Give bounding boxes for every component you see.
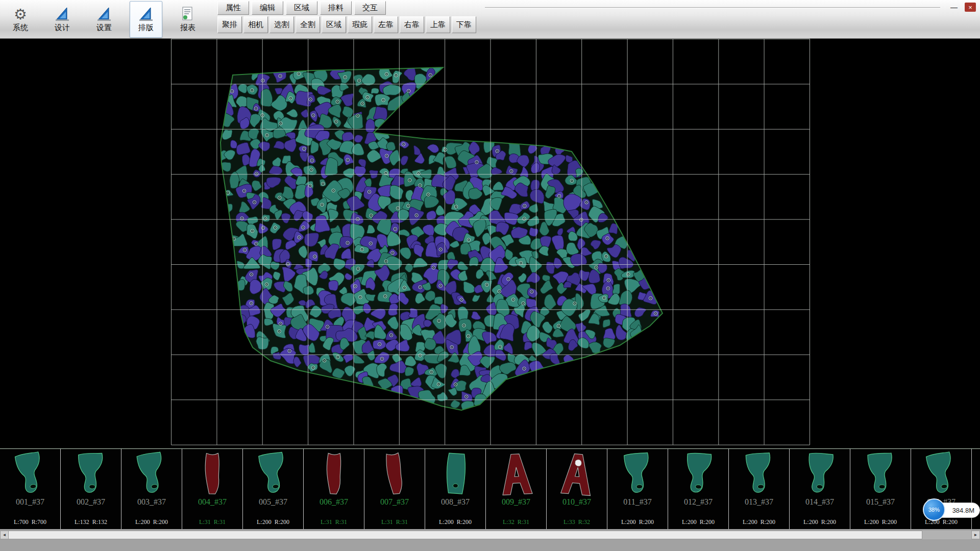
part-counts: L:200 R:200 — [743, 518, 775, 526]
part-name: 013_#37 — [745, 497, 773, 507]
part-thumbnail — [184, 450, 240, 499]
part-counts: L:33 R:32 — [564, 518, 590, 526]
part-item-005_#37[interactable]: 005_#37L:200 R:200 — [243, 449, 304, 529]
part-counts: L:200 R:200 — [135, 518, 168, 526]
part-item-002_#37[interactable]: 002_#37L:132 R:132 — [61, 449, 121, 529]
part-counts: L:200 R:200 — [621, 518, 654, 526]
part-counts: L:200 R:200 — [257, 518, 289, 526]
part-item-001_#37[interactable]: 001_#37L:700 R:700 — [0, 449, 61, 529]
nav-label: 设置 — [96, 23, 112, 33]
part-item-007_#37[interactable]: 007_#37L:31 R:31 — [364, 449, 425, 529]
part-thumbnail — [670, 450, 726, 499]
tool-cluster-nest[interactable]: 聚排 — [217, 16, 242, 33]
part-item-015_#37[interactable]: 015_#37L:200 R:200 — [850, 449, 911, 529]
sail-icon — [96, 6, 112, 22]
nav-system[interactable]: ⚙系统 — [4, 1, 37, 38]
part-name: 004_#37 — [198, 497, 227, 507]
part-thumbnail — [792, 450, 848, 499]
part-name: 015_#37 — [866, 497, 895, 507]
toolbar-groove — [485, 7, 940, 8]
part-name: 003_#37 — [137, 497, 166, 507]
part-item-004_#37[interactable]: 004_#37L:31 R:31 — [182, 449, 243, 529]
window-controls: — × — [948, 3, 976, 12]
tool-region[interactable]: 区域 — [322, 16, 346, 33]
parts-strip: 001_#37L:700 R:700002_#37L:132 R:132003_… — [0, 448, 980, 529]
canvas-area[interactable] — [0, 39, 980, 448]
part-counts: L:31 R:31 — [199, 518, 226, 526]
gear-icon: ⚙ — [14, 6, 27, 22]
part-item-010_#37[interactable]: 010_#37L:33 R:32 — [547, 449, 607, 529]
part-counts: L:200 R:200 — [682, 518, 715, 526]
part-item-008_#37[interactable]: 008_#37L:200 R:200 — [425, 449, 486, 529]
part-name: 010_#37 — [562, 497, 591, 507]
tool-cut-all[interactable]: 全割 — [296, 16, 320, 33]
part-thumbnail — [124, 450, 180, 499]
tool-align-bottom[interactable]: 下靠 — [452, 16, 476, 33]
nav-layout[interactable]: 排版 — [130, 1, 162, 38]
report-icon — [180, 6, 196, 22]
part-item-014_#37[interactable]: 014_#37L:200 R:200 — [790, 449, 850, 529]
part-counts: L:200 R:200 — [864, 518, 897, 526]
memory-gauge[interactable]: 384.8M 38% — [923, 498, 980, 522]
part-thumbnail — [549, 450, 605, 499]
part-item-012_#37[interactable]: 012_#37L:200 R:200 — [668, 449, 729, 529]
part-counts: L:31 R:31 — [321, 518, 347, 526]
nav-design[interactable]: 设计 — [46, 1, 79, 38]
menu-tab-region[interactable]: 区域 — [286, 1, 317, 15]
part-thumbnail — [245, 450, 301, 499]
scroll-thumb[interactable] — [9, 531, 922, 539]
nav-label: 排版 — [138, 23, 154, 33]
menu-tab-interactive[interactable]: 交互 — [354, 1, 386, 15]
part-item-011_#37[interactable]: 011_#37L:200 R:200 — [607, 449, 668, 529]
part-counts: L:200 R:200 — [803, 518, 836, 526]
nav-label: 系统 — [13, 23, 28, 33]
top-toolbar: ⚙系统设计设置排版报表 属性编辑区域排料交互 聚排相机选割全割区域瑕疵左靠右靠上… — [0, 0, 980, 39]
close-button[interactable]: × — [965, 3, 976, 12]
part-item-013_#37[interactable]: 013_#37L:200 R:200 — [729, 449, 790, 529]
part-name: 014_#37 — [805, 497, 834, 507]
nav-settings[interactable]: 设置 — [88, 1, 120, 38]
part-thumbnail — [731, 450, 787, 499]
part-thumbnail — [366, 450, 423, 499]
part-thumbnail — [306, 450, 362, 499]
scroll-right-arrow-icon[interactable]: ► — [971, 531, 980, 539]
part-counts: L:32 R:31 — [503, 518, 529, 526]
scroll-left-arrow-icon[interactable]: ◄ — [0, 531, 9, 539]
part-counts: L:200 R:200 — [439, 518, 472, 526]
part-name: 009_#37 — [502, 497, 530, 507]
menu-tab-nesting[interactable]: 排料 — [320, 1, 352, 15]
main-nav: ⚙系统设计设置排版报表 — [4, 1, 204, 38]
part-name: 005_#37 — [259, 497, 287, 507]
part-name: 007_#37 — [380, 497, 409, 507]
tool-align-top[interactable]: 上靠 — [426, 16, 450, 33]
part-thumbnail — [913, 450, 969, 499]
nav-label: 报表 — [180, 23, 195, 33]
tool-defect[interactable]: 瑕疵 — [348, 16, 372, 33]
part-item-006_#37[interactable]: 006_#37L:31 R:31 — [304, 449, 364, 529]
menu-tab-properties[interactable]: 属性 — [217, 1, 249, 15]
part-counts: L:132 R:132 — [75, 518, 107, 526]
part-name: 012_#37 — [684, 497, 713, 507]
app-window: ⚙系统设计设置排版报表 属性编辑区域排料交互 聚排相机选割全割区域瑕疵左靠右靠上… — [0, 0, 980, 551]
part-thumbnail — [427, 450, 483, 499]
scroll-track[interactable] — [922, 531, 971, 539]
part-name: 001_#37 — [16, 497, 44, 507]
nesting-canvas[interactable] — [0, 39, 980, 448]
part-counts: L:700 R:700 — [14, 518, 46, 526]
menu-tab-row: 属性编辑区域排料交互 — [217, 1, 476, 15]
memory-percent-badge: 38% — [923, 498, 945, 521]
part-item-003_#37[interactable]: 003_#37L:200 R:200 — [121, 449, 182, 529]
minimize-button[interactable]: — — [948, 3, 960, 12]
tool-camera[interactable]: 相机 — [243, 16, 268, 33]
tool-align-left[interactable]: 左靠 — [374, 16, 398, 33]
tool-button-row: 聚排相机选割全割区域瑕疵左靠右靠上靠下靠 — [217, 16, 476, 33]
nav-report[interactable]: 报表 — [172, 1, 204, 38]
part-item-009_#37[interactable]: 009_#37L:32 R:31 — [486, 449, 547, 529]
tool-select-cut[interactable]: 选割 — [270, 16, 294, 33]
tool-align-right[interactable]: 右靠 — [400, 16, 424, 33]
nav-label: 设计 — [55, 23, 70, 33]
menu-tab-edit[interactable]: 编辑 — [252, 1, 283, 15]
part-counts: L:31 R:31 — [381, 518, 408, 526]
part-thumbnail — [852, 450, 909, 499]
horizontal-scrollbar[interactable]: ◄ ► — [0, 531, 980, 539]
